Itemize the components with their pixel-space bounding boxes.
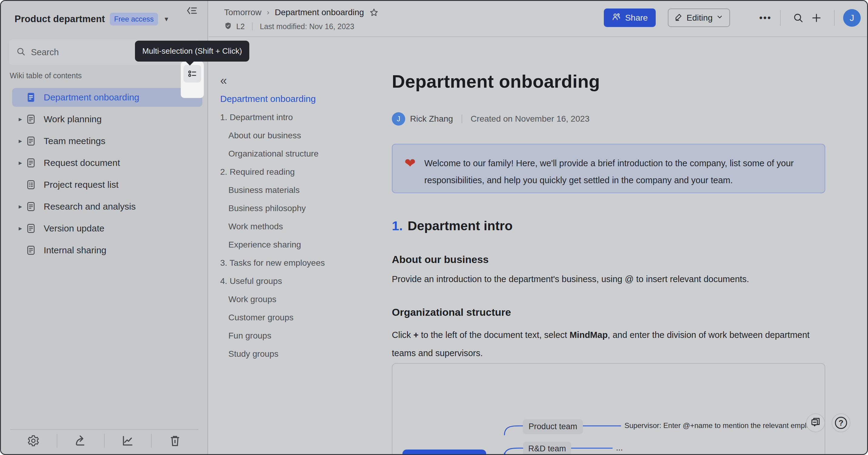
search-icon <box>17 47 26 57</box>
toc-title[interactable]: Department onboarding <box>220 94 390 104</box>
toc-item[interactable]: Experience sharing <box>220 236 390 254</box>
mindmap-root-node[interactable] <box>402 450 486 455</box>
divider <box>462 115 462 123</box>
expand-arrow-icon[interactable]: ▸ <box>14 159 26 167</box>
author-row: J Rick Zhang Created on November 16, 202… <box>392 112 590 126</box>
share-button[interactable]: Share <box>604 8 656 27</box>
last-modified-text: Last modified: Nov 16, 2023 <box>260 22 354 31</box>
expand-arrow-icon[interactable]: ▸ <box>14 137 26 145</box>
collapse-toc-icon[interactable]: « <box>220 75 227 87</box>
heading-department-intro: 1.Department intro <box>392 218 513 233</box>
tooltip-text: Multi-selection (Shift + Click) <box>142 47 242 56</box>
toc-item[interactable]: Study groups <box>220 345 390 363</box>
app-window: Product department Free access ▼ Wiki ta… <box>0 0 868 455</box>
security-level[interactable]: L2 <box>236 22 245 31</box>
heading-organizational-structure: Organizational structure <box>392 306 511 318</box>
mindmap-connector-lines <box>393 364 825 455</box>
divider <box>834 10 835 26</box>
divider <box>780 10 781 26</box>
expand-arrow-icon[interactable]: ▸ <box>14 224 26 232</box>
about-paragraph: Provide an introduction to the departmen… <box>392 274 749 284</box>
toc-item[interactable]: 1. Department intro <box>220 108 390 126</box>
sidebar-item-label: Request document <box>44 158 120 168</box>
sidebar-item-label: Project request list <box>44 180 119 190</box>
sidebar-item-project-request-list[interactable]: Project request list <box>12 175 202 194</box>
expand-arrow-icon[interactable]: ▸ <box>14 115 26 123</box>
created-date: Created on November 16, 2023 <box>471 114 590 124</box>
avatar[interactable]: J <box>843 9 861 27</box>
document-body: Department onboarding J Rick Zhang Creat… <box>392 37 825 454</box>
doc-filled-icon <box>26 92 36 102</box>
doc-outline-icon <box>26 136 36 146</box>
divider <box>252 23 253 30</box>
toc-item[interactable]: 3. Tasks for new employees <box>220 254 390 272</box>
toc-item[interactable]: 4. Useful groups <box>220 272 390 290</box>
author-name[interactable]: Rick Zhang <box>410 114 453 124</box>
sidebar-item-label: Work planning <box>44 114 102 124</box>
toc-item[interactable]: Customer groups <box>220 308 390 327</box>
mindmap-node-rd-team[interactable]: R&D team <box>523 442 571 455</box>
expand-arrow-icon[interactable]: ▸ <box>14 203 26 211</box>
trash-icon[interactable] <box>151 434 198 448</box>
breadcrumb-current[interactable]: Department onboarding <box>275 7 364 17</box>
sidebar-item-label: Research and analysis <box>44 202 136 212</box>
sidebar-item-work-planning[interactable]: ▸ Work planning <box>12 110 202 129</box>
toc-item[interactable]: Work methods <box>220 217 390 236</box>
doc-outline-icon <box>26 245 36 255</box>
author-avatar[interactable]: J <box>392 112 405 126</box>
toc-item[interactable]: Fun groups <box>220 327 390 345</box>
document-toc-panel: « Department onboarding 1. Department in… <box>220 75 390 363</box>
share-label: Share <box>625 13 648 23</box>
settings-gear-icon[interactable] <box>10 434 57 448</box>
workspace-header[interactable]: Product department Free access ▼ <box>14 10 198 28</box>
heading-number: 1. <box>392 218 403 233</box>
toc-item[interactable]: Business materials <box>220 181 390 199</box>
wiki-toc-section-row: Wiki table of contents + <box>10 68 202 83</box>
doc-outline-icon <box>26 202 36 211</box>
heart-icon: ❤ <box>405 155 416 172</box>
doc-outline-icon <box>26 114 36 124</box>
security-shield-icon <box>224 22 232 31</box>
doc-outline-icon <box>26 223 36 233</box>
editing-label: Editing <box>687 13 713 23</box>
wiki-toc-section-label: Wiki table of contents <box>10 71 183 80</box>
sidebar-item-research-and-analysis[interactable]: ▸ Research and analysis <box>12 197 202 216</box>
multi-selection-icon[interactable] <box>184 65 201 83</box>
wiki-sidebar: Product department Free access ▼ Wiki ta… <box>1 1 208 454</box>
sidebar-item-version-update[interactable]: ▸ Version update <box>12 219 202 238</box>
sidebar-item-label: Department onboarding <box>44 92 139 102</box>
workspace-title: Product department <box>14 13 105 25</box>
share-people-icon <box>612 12 621 23</box>
toc-item[interactable]: About our business <box>220 126 390 145</box>
breadcrumb-separator-icon: › <box>267 8 269 17</box>
collapse-sidebar-icon[interactable] <box>185 5 199 17</box>
toc-item[interactable]: Work groups <box>220 290 390 308</box>
doc-outline-icon <box>26 158 36 168</box>
editing-mode-button[interactable]: Editing <box>668 8 730 27</box>
toc-item[interactable]: Organizational structure <box>220 145 390 163</box>
help-button[interactable]: ? <box>832 414 850 432</box>
header-actions: Share Editing ••• <box>604 8 861 27</box>
toc-list: 1. Department intro About our business O… <box>220 108 390 363</box>
search-icon[interactable] <box>791 11 806 25</box>
analytics-chart-icon[interactable] <box>104 434 151 448</box>
sidebar-item-label: Team meetings <box>44 136 105 146</box>
toc-item[interactable]: 2. Required reading <box>220 163 390 181</box>
create-new-icon[interactable] <box>809 11 824 25</box>
comments-button[interactable] <box>806 414 825 432</box>
chevron-down-icon[interactable]: ▼ <box>163 16 169 23</box>
sidebar-item-team-meetings[interactable]: ▸ Team meetings <box>12 132 202 150</box>
sidebar-item-department-onboarding[interactable]: Department onboarding <box>12 88 202 107</box>
mindmap-supervisor-note: Supervisor: Enter @+name to mention the … <box>624 421 822 430</box>
star-icon[interactable] <box>369 8 378 17</box>
mindmap-node-product-team[interactable]: Product team <box>523 419 583 434</box>
more-menu-button[interactable]: ••• <box>759 13 772 23</box>
toc-item[interactable]: Business philosophy <box>220 199 390 217</box>
sidebar-item-request-document[interactable]: ▸ Request document <box>12 153 202 172</box>
sidebar-item-internal-sharing[interactable]: Internal sharing <box>12 241 202 260</box>
mindmap-block[interactable]: Product team R&D team Supervisor: Enter … <box>392 363 825 455</box>
free-access-badge: Free access <box>110 13 158 26</box>
breadcrumb-parent[interactable]: Tomorrow <box>224 7 261 17</box>
share-export-icon[interactable] <box>57 434 104 448</box>
question-mark-icon: ? <box>835 417 847 429</box>
